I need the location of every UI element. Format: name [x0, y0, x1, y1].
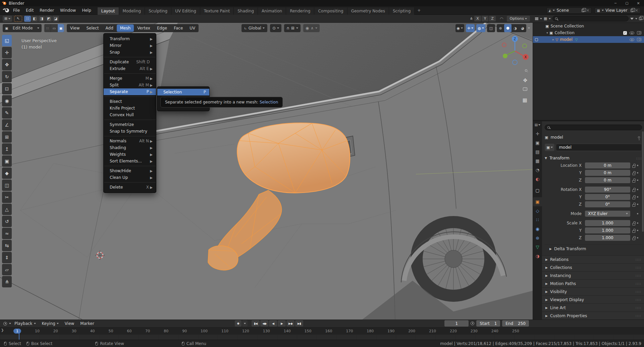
tool-button[interactable]: ⊞: [2, 131, 12, 143]
menu-item[interactable]: Render: [37, 8, 57, 13]
value-field[interactable]: 1.000: [585, 227, 630, 233]
proportional-edit-controls[interactable]: ◉ ∧: [303, 24, 320, 32]
timeline-menu-item[interactable]: View: [62, 321, 77, 326]
falloff-icon[interactable]: ◠: [500, 16, 503, 21]
lock-button[interactable]: [630, 171, 637, 175]
mesh-menu-item[interactable]: Sort Elements... ▶: [104, 158, 156, 164]
view-layer-selector[interactable]: ▦ View Layer ×: [594, 7, 641, 14]
disclosure-triangle-icon[interactable]: ▾: [545, 31, 549, 34]
animate-dot-icon[interactable]: [637, 213, 638, 214]
pan-hand-icon[interactable]: ✥: [523, 77, 527, 83]
expand-arrow-icon[interactable]: ❯: [1, 328, 4, 332]
mesh-menu-item[interactable]: Delete X ▶: [104, 184, 156, 191]
show-gizmos-toggle[interactable]: ✛: [466, 24, 475, 32]
collapsed-panel-header[interactable]: ▶ Line Art ::::: [542, 303, 644, 311]
xray-toggle[interactable]: ◫: [487, 24, 495, 32]
mesh-menu-item[interactable]: Normals Alt N ▶: [104, 138, 156, 144]
new-scene-icon[interactable]: [582, 9, 584, 12]
outliner-row[interactable]: ▸ ▽ model ▽ ✓: [533, 36, 644, 43]
use-preview-range-icon[interactable]: [471, 322, 474, 325]
value-field[interactable]: 0°: [585, 201, 630, 207]
blender-logo-icon[interactable]: [3, 8, 10, 13]
viewport-menu-item[interactable]: Face: [170, 24, 186, 32]
filter-image-icon[interactable]: ▦: [544, 16, 547, 21]
timeline-menu-item[interactable]: Playback: [12, 321, 39, 326]
playback-button[interactable]: ◀: [269, 320, 277, 327]
value-field[interactable]: 0 m: [585, 170, 630, 176]
shading-mode-button[interactable]: ●: [504, 24, 512, 32]
lock-button[interactable]: [630, 188, 637, 192]
outliner-item-label[interactable]: model: [560, 37, 572, 42]
lock-button[interactable]: [630, 236, 637, 240]
playback-button[interactable]: ◀◆: [260, 320, 268, 327]
playhead[interactable]: [19, 331, 19, 340]
mesh-menu-item[interactable]: Extrude Alt E ▶: [104, 65, 156, 72]
shading-mode-button[interactable]: ◕: [519, 26, 526, 30]
playback-button[interactable]: ▮◀: [252, 320, 260, 327]
mesh-menu-item[interactable]: Split Alt M ▶: [104, 82, 156, 88]
animate-dot-icon[interactable]: [637, 222, 638, 224]
viewport-menu-item[interactable]: Vertex: [134, 24, 154, 32]
menu-item[interactable]: File: [10, 8, 23, 13]
mesh-menu-item[interactable]: Symmetrize: [104, 121, 156, 128]
tool-button[interactable]: ◉: [2, 95, 12, 107]
outliner-search[interactable]: [552, 16, 629, 21]
properties-tab[interactable]: ◑: [533, 252, 542, 261]
tool-button[interactable]: ↻: [2, 71, 12, 82]
animate-dot-icon[interactable]: [637, 237, 638, 238]
tool-button[interactable]: ◆: [2, 167, 12, 179]
lock-button[interactable]: [630, 228, 637, 233]
close-button[interactable]: ×: [633, 0, 644, 6]
panel-drag-dots-icon[interactable]: ::::: [636, 156, 642, 160]
animate-dot-icon[interactable]: [637, 172, 638, 174]
viewport-menu-item[interactable]: Add: [102, 24, 117, 32]
select-mode-button[interactable]: ◪: [52, 16, 59, 22]
menu-item[interactable]: Window: [57, 8, 79, 13]
mesh-menu-item[interactable]: Weights ▶: [104, 151, 156, 158]
properties-tab[interactable]: ◉: [533, 224, 542, 233]
object-id-dropdown[interactable]: ▣: [545, 144, 554, 151]
value-field[interactable]: 1.000: [585, 235, 630, 241]
pin-icon[interactable]: [638, 136, 640, 138]
mesh-menu-item[interactable]: Knife Project: [104, 105, 156, 112]
workspace-tab[interactable]: Texture Paint: [200, 7, 234, 15]
workspace-tab[interactable]: Modeling: [119, 7, 145, 15]
select-mode-button[interactable]: ◩: [45, 16, 52, 22]
outliner-item-label[interactable]: Collection: [554, 30, 574, 35]
viewport-menu-item[interactable]: Select: [83, 24, 102, 32]
tool-button[interactable]: ∠: [2, 119, 12, 131]
tool-button[interactable]: ✛: [2, 47, 12, 58]
unlink-scene-icon[interactable]: ×: [586, 8, 589, 13]
properties-tab[interactable]: ▦: [533, 156, 542, 165]
animate-dot-icon[interactable]: [637, 230, 638, 231]
workspace-tab[interactable]: Rendering: [286, 7, 314, 15]
properties-tab[interactable]: ✛: [533, 129, 542, 138]
display-mode-icon[interactable]: [535, 17, 538, 20]
workspace-tab[interactable]: Layout: [98, 7, 119, 15]
breadcrumb-object-name[interactable]: model: [550, 135, 563, 140]
mirror-axis-button[interactable]: Y: [482, 16, 488, 21]
mesh-select-mode-button[interactable]: ▭: [51, 24, 57, 32]
properties-tab[interactable]: ▢: [533, 186, 542, 195]
camera-view-icon[interactable]: [520, 87, 527, 91]
mesh-menu-item[interactable]: Convex Hull: [104, 112, 156, 118]
tool-button[interactable]: ✥: [2, 59, 12, 70]
value-field[interactable]: 1.000: [585, 220, 630, 226]
auto-keying-button[interactable]: ●: [235, 320, 241, 327]
collapsed-panel-header[interactable]: ▶ Motion Paths ::::: [542, 279, 644, 287]
grid-ortho-icon[interactable]: ▦: [523, 97, 527, 103]
properties-tab[interactable]: ▣: [533, 138, 542, 147]
playback-button[interactable]: ▶: [278, 320, 286, 327]
value-field[interactable]: 0 m: [585, 162, 630, 168]
mode-selector[interactable]: ▣ Edit Mode: [3, 24, 42, 32]
zoom-icon[interactable]: [525, 67, 527, 73]
mirror-axis-button[interactable]: Z: [489, 16, 496, 21]
transform-panel-header[interactable]: ▼ Transform ::::: [545, 154, 642, 162]
workspace-tab[interactable]: Scripting: [389, 7, 415, 15]
outliner-row[interactable]: ▾ ▣ Collection ▽ ✓: [533, 29, 644, 36]
tool-button[interactable]: ✎: [2, 107, 12, 119]
snap-controls[interactable]: ∩ ⊞: [284, 24, 301, 32]
mesh-menu-item[interactable]: Separate P ▶: [104, 88, 156, 95]
properties-tab[interactable]: ⊛: [533, 233, 542, 242]
checkbox-icon[interactable]: ✓: [623, 31, 627, 35]
